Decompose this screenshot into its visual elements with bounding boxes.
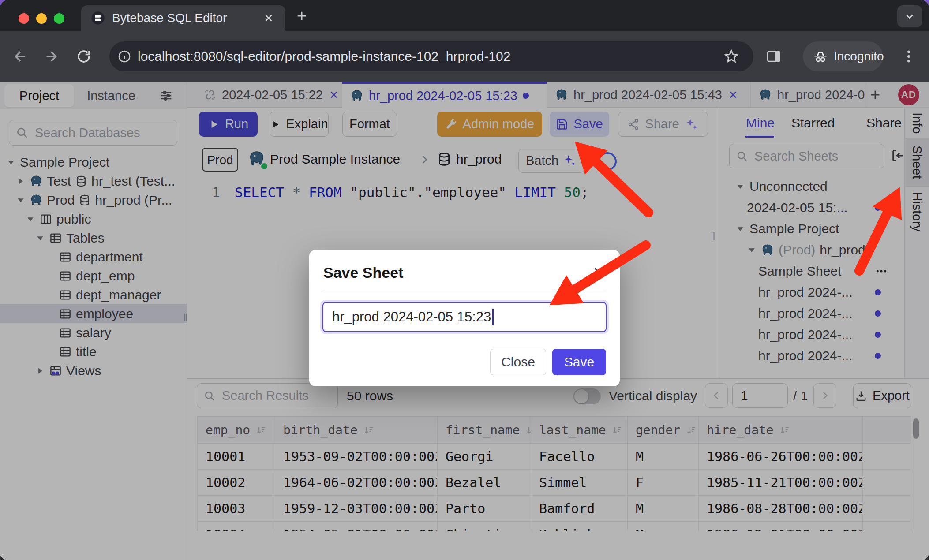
browser-menu-icon[interactable] [901, 49, 917, 64]
sheet-name-value: hr_prod 2024-02-05 15:23 [332, 309, 491, 325]
window-zoom-button[interactable] [54, 13, 64, 24]
back-icon[interactable] [12, 49, 28, 64]
bytebase-app: Project Instance Sample ProjectTesthr_te… [0, 82, 929, 560]
browser-toolbar: localhost:8080/sql-editor/prod-sample-in… [0, 31, 929, 82]
url-text: localhost:8080/sql-editor/prod-sample-in… [138, 41, 511, 71]
incognito-label: Incognito [834, 49, 884, 63]
forward-icon[interactable] [43, 49, 59, 64]
window-minimize-button[interactable] [36, 13, 47, 24]
save-sheet-dialog: Save Sheet hr_prod 2024-02-05 15:23 Clos… [309, 250, 620, 386]
browser-tab-strip: Bytebase SQL Editor [0, 0, 929, 31]
browser-tab-title: Bytebase SQL Editor [112, 5, 227, 31]
window-close-button[interactable] [19, 13, 29, 24]
tab-close-icon[interactable] [263, 12, 274, 24]
bytebase-favicon-icon [91, 11, 105, 25]
address-bar[interactable]: localhost:8080/sql-editor/prod-sample-in… [109, 41, 753, 71]
tab-search-button[interactable] [897, 5, 922, 27]
dialog-title: Save Sheet [323, 264, 403, 281]
incognito-badge: Incognito [803, 41, 883, 71]
bookmark-icon[interactable] [723, 49, 739, 64]
sheet-name-input[interactable]: hr_prod 2024-02-05 15:23 [322, 302, 607, 332]
site-info-icon[interactable] [117, 49, 131, 63]
text-caret [492, 309, 494, 325]
new-tab-icon[interactable] [295, 9, 309, 23]
browser-tab[interactable]: Bytebase SQL Editor [81, 5, 285, 31]
dialog-save-button[interactable]: Save [552, 349, 606, 375]
incognito-icon [813, 49, 828, 64]
dialog-close-button[interactable]: Close [490, 349, 546, 375]
dialog-close-icon[interactable] [592, 265, 605, 278]
side-panel-icon[interactable] [766, 49, 782, 64]
chevron-down-icon [903, 10, 916, 22]
desktop: { "colors":{"accent":"#4f46e5","run_btn"… [0, 0, 929, 560]
browser-window: Bytebase SQL Editor localhost:8080/sql-e… [0, 0, 929, 560]
dialog-divider [322, 291, 607, 291]
reload-icon[interactable] [76, 49, 92, 64]
